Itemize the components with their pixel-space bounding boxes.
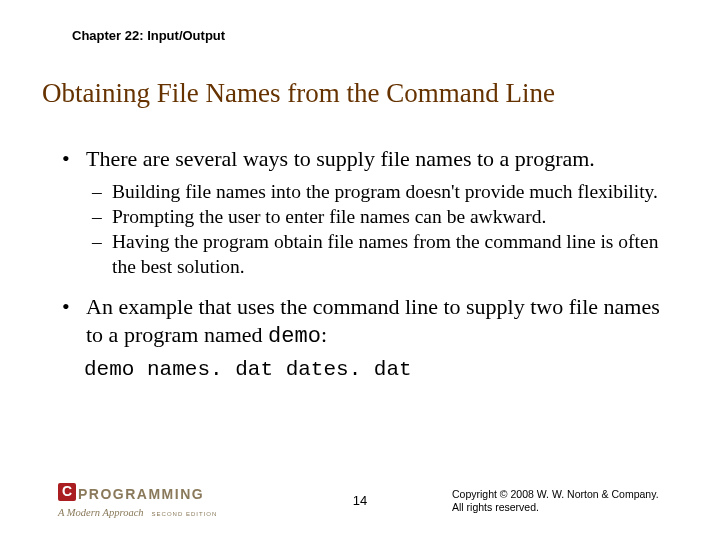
page-number: 14 bbox=[353, 493, 367, 508]
logo-subtitle: A Modern Approach bbox=[58, 507, 144, 518]
slide-title: Obtaining File Names from the Command Li… bbox=[42, 78, 555, 109]
sublist: Building file names into the program doe… bbox=[92, 180, 670, 280]
code-inline: demo bbox=[268, 324, 321, 349]
subitem-2: Prompting the user to enter file names c… bbox=[92, 205, 670, 229]
logo-edition: SECOND EDITION bbox=[152, 511, 218, 517]
chapter-label: Chapter 22: Input/Output bbox=[72, 28, 225, 43]
logo-main-text: PROGRAMMING bbox=[78, 486, 204, 502]
bullet-text-pre: An example that uses the command line to… bbox=[86, 294, 660, 347]
bullet-item-2: An example that uses the command line to… bbox=[62, 293, 670, 350]
bullet-text-post: : bbox=[321, 322, 327, 347]
copyright: Copyright © 2008 W. W. Norton & Company.… bbox=[452, 488, 672, 514]
book-logo: PROGRAMMING A Modern Approach SECOND EDI… bbox=[58, 481, 248, 520]
bullet-item-1: There are several ways to supply file na… bbox=[62, 145, 670, 173]
subitem-3: Having the program obtain file names fro… bbox=[92, 230, 670, 279]
copyright-line1: Copyright © 2008 W. W. Norton & Company. bbox=[452, 488, 672, 501]
logo-c-icon bbox=[58, 483, 76, 501]
footer: PROGRAMMING A Modern Approach SECOND EDI… bbox=[0, 480, 720, 520]
copyright-line2: All rights reserved. bbox=[452, 501, 672, 514]
content-area: There are several ways to supply file na… bbox=[62, 145, 670, 383]
bullet-text: There are several ways to supply file na… bbox=[86, 146, 595, 171]
subitem-1: Building file names into the program doe… bbox=[92, 180, 670, 204]
command-line-example: demo names. dat dates. dat bbox=[84, 357, 670, 383]
